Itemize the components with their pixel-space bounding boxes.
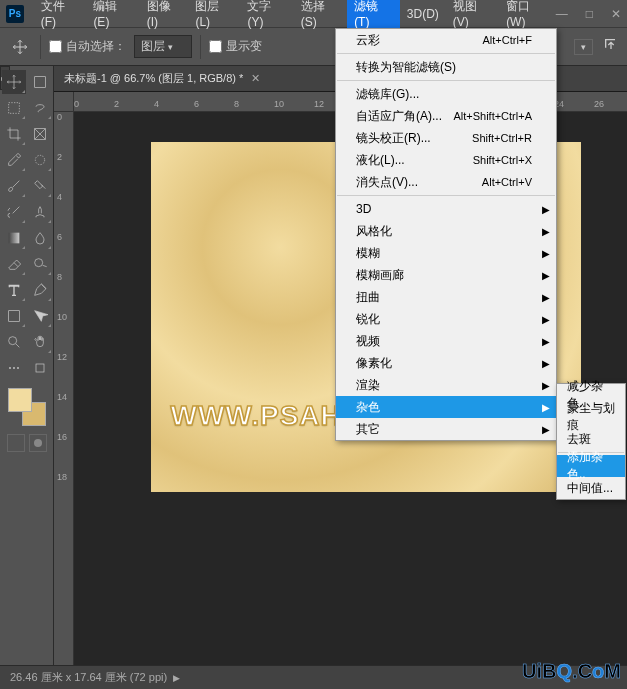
menu-separator <box>337 195 555 196</box>
menu-edit[interactable]: 编辑(E) <box>86 0 139 28</box>
auto-select-label: 自动选择： <box>66 38 126 55</box>
workspace-dropdown-icon[interactable]: ▾ <box>574 39 593 55</box>
ruler-vertical[interactable]: 024681012141618 <box>54 112 74 665</box>
tool-hand[interactable] <box>28 330 52 354</box>
minimize-icon[interactable]: ― <box>556 7 568 21</box>
menu-view[interactable]: 视图(V) <box>446 0 499 28</box>
menu-window[interactable]: 窗口(W) <box>499 0 556 28</box>
left-toolbar: ⋯ <box>0 66 54 665</box>
filter-item[interactable]: 液化(L)...Shift+Ctrl+X <box>336 149 556 171</box>
filter-submenu-item[interactable]: 3D▶ <box>336 198 556 220</box>
tool-shape[interactable] <box>2 304 26 328</box>
filter-menu-dropdown: 云彩 Alt+Ctrl+F 转换为智能滤镜(S) 滤镜库(G)...自适应广角(… <box>335 28 557 441</box>
ruler-corner <box>54 92 74 112</box>
tool-dodge[interactable] <box>28 252 52 276</box>
document-tab-title: 未标题-1 @ 66.7% (图层 1, RGB/8) * <box>64 71 243 86</box>
tool-more[interactable]: ⋯ <box>2 356 26 380</box>
filter-submenu-item[interactable]: 杂色▶ <box>336 396 556 418</box>
filter-submenu-item[interactable]: 渲染▶ <box>336 374 556 396</box>
site-brand: UiBQ.CoM <box>522 660 621 683</box>
filter-submenu-item[interactable]: 风格化▶ <box>336 220 556 242</box>
svg-rect-6 <box>8 311 19 322</box>
filter-item[interactable]: 消失点(V)...Alt+Ctrl+V <box>336 171 556 193</box>
status-arrow-icon[interactable]: ▶ <box>173 673 180 683</box>
svg-rect-8 <box>36 364 44 372</box>
tool-heal[interactable] <box>28 174 52 198</box>
tool-edit-toolbar[interactable] <box>28 356 52 380</box>
close-icon[interactable]: ✕ <box>611 7 621 21</box>
app-logo: Ps <box>6 5 24 23</box>
menu-select[interactable]: 选择(S) <box>294 0 347 28</box>
filter-submenu-item[interactable]: 锐化▶ <box>336 308 556 330</box>
filter-submenu-item[interactable]: 模糊▶ <box>336 242 556 264</box>
tool-move[interactable] <box>2 70 26 94</box>
show-transform-checkbox[interactable]: 显示变 <box>209 38 262 55</box>
show-transform-label: 显示变 <box>226 38 262 55</box>
menu-3d[interactable]: 3D(D) <box>400 0 446 28</box>
svg-point-7 <box>8 337 16 345</box>
filter-submenu-item[interactable]: 模糊画廊▶ <box>336 264 556 286</box>
noise-item[interactable]: 添加杂色.. <box>557 455 625 477</box>
tool-pen[interactable] <box>28 278 52 302</box>
svg-rect-4 <box>8 233 19 244</box>
tool-history-brush[interactable] <box>2 200 26 224</box>
tool-gradient[interactable] <box>2 226 26 250</box>
menu-file[interactable]: 文件(F) <box>34 0 87 28</box>
filter-item[interactable]: 滤镜库(G)... <box>336 83 556 105</box>
menu-separator <box>337 53 555 54</box>
tool-marquee[interactable] <box>2 96 26 120</box>
menu-filter[interactable]: 滤镜(T) <box>347 0 400 28</box>
color-swatches[interactable] <box>8 388 46 426</box>
tool-zoom[interactable] <box>2 330 26 354</box>
filter-last-shortcut: Alt+Ctrl+F <box>482 34 532 46</box>
menu-text[interactable]: 文字(Y) <box>240 0 293 28</box>
tool-lasso[interactable] <box>28 96 52 120</box>
tool-artboard[interactable] <box>28 70 52 94</box>
menu-layer[interactable]: 图层(L) <box>188 0 240 28</box>
tool-wand[interactable] <box>28 148 52 172</box>
svg-rect-0 <box>34 77 45 88</box>
filter-last-label: 云彩 <box>356 32 380 49</box>
tool-frame[interactable] <box>28 122 52 146</box>
noise-submenu: 减少杂色..蒙尘与划痕去斑添加杂色..中间值... <box>556 383 626 500</box>
move-tool-icon[interactable] <box>8 35 32 59</box>
layer-select-dropdown[interactable]: 图层 ▾ <box>134 35 192 58</box>
tool-brush[interactable] <box>2 174 26 198</box>
filter-item[interactable]: 自适应广角(A)...Alt+Shift+Ctrl+A <box>336 105 556 127</box>
tool-eraser[interactable] <box>2 252 26 276</box>
tool-type[interactable] <box>2 278 26 302</box>
filter-smart[interactable]: 转换为智能滤镜(S) <box>336 56 556 78</box>
tool-eyedropper[interactable] <box>2 148 26 172</box>
mask-mode-quick[interactable] <box>29 434 47 452</box>
noise-item[interactable]: 蒙尘与划痕 <box>557 406 625 428</box>
svg-point-5 <box>34 259 42 267</box>
filter-item[interactable]: 镜头校正(R)...Shift+Ctrl+R <box>336 127 556 149</box>
titlebar: Ps 文件(F) 编辑(E) 图像(I) 图层(L) 文字(Y) 选择(S) 滤… <box>0 0 627 28</box>
filter-submenu-item[interactable]: 视频▶ <box>336 330 556 352</box>
filter-submenu-item[interactable]: 其它▶ <box>336 418 556 440</box>
menu-separator <box>337 80 555 81</box>
foreground-swatch[interactable] <box>8 388 32 412</box>
status-text: 26.46 厘米 x 17.64 厘米 (72 ppi) <box>10 670 167 685</box>
auto-select-checkbox[interactable]: 自动选择： <box>49 38 126 55</box>
svg-rect-1 <box>8 103 19 114</box>
filter-submenu-item[interactable]: 像素化▶ <box>336 352 556 374</box>
filter-last[interactable]: 云彩 Alt+Ctrl+F <box>336 29 556 51</box>
tab-close-icon[interactable]: ✕ <box>251 72 260 85</box>
tool-path[interactable] <box>28 304 52 328</box>
tool-blur[interactable] <box>28 226 52 250</box>
svg-point-3 <box>35 155 44 164</box>
mask-mode-standard[interactable] <box>7 434 25 452</box>
filter-submenu-item[interactable]: 扭曲▶ <box>336 286 556 308</box>
tool-crop[interactable] <box>2 122 26 146</box>
tool-clone[interactable] <box>28 200 52 224</box>
menu-image[interactable]: 图像(I) <box>140 0 189 28</box>
share-icon[interactable] <box>603 37 619 56</box>
maximize-icon[interactable]: □ <box>586 7 593 21</box>
